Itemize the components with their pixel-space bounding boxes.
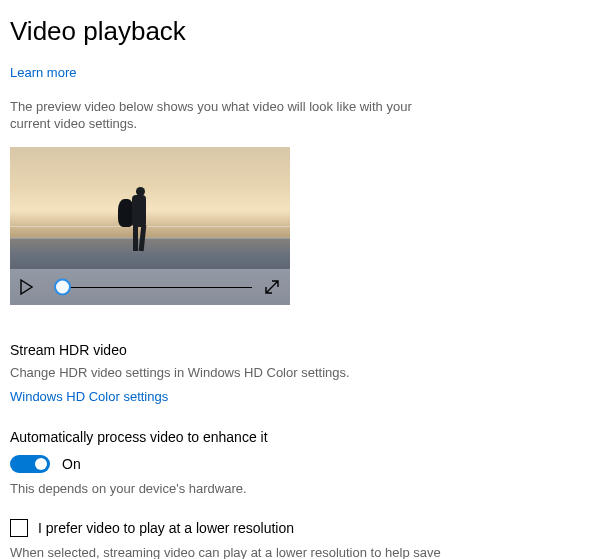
- fullscreen-icon[interactable]: [264, 279, 280, 295]
- hdr-section-desc: Change HDR video settings in Windows HD …: [10, 364, 590, 382]
- lowres-desc: When selected, streaming video can play …: [10, 544, 450, 559]
- lowres-checkbox[interactable]: [10, 519, 28, 537]
- auto-enhance-toggle[interactable]: [10, 455, 50, 473]
- person-silhouette: [122, 185, 156, 257]
- hardware-note: This depends on your device's hardware.: [10, 480, 590, 498]
- learn-more-link[interactable]: Learn more: [10, 64, 76, 82]
- play-icon[interactable]: [20, 279, 34, 295]
- progress-thumb[interactable]: [54, 278, 71, 295]
- progress-slider[interactable]: [46, 277, 252, 297]
- hdr-section-label: Stream HDR video: [10, 341, 590, 360]
- page-title: Video playback: [10, 14, 590, 49]
- auto-enhance-state: On: [62, 455, 81, 474]
- video-controls: [10, 269, 290, 305]
- hd-color-settings-link[interactable]: Windows HD Color settings: [10, 388, 168, 406]
- auto-enhance-label: Automatically process video to enhance i…: [10, 428, 590, 447]
- video-preview[interactable]: [10, 147, 290, 305]
- lowres-label: I prefer video to play at a lower resolu…: [38, 519, 294, 538]
- preview-description: The preview video below shows you what v…: [10, 98, 430, 133]
